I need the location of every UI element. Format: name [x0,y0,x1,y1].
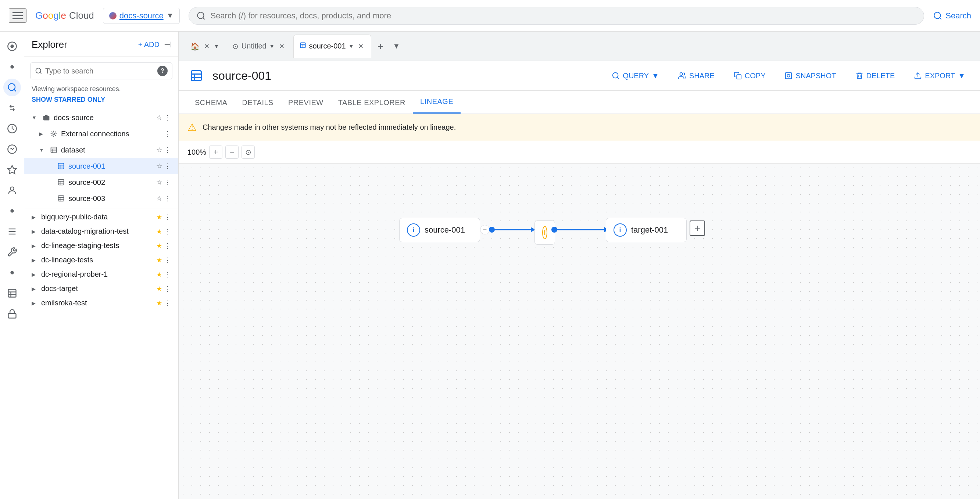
zoom-out-button[interactable]: − [225,146,239,159]
tree-star-emilsroka[interactable]: ★ [156,299,162,307]
untitled-tab-arrow[interactable]: ▼ [269,43,275,49]
target-plus-icon[interactable]: + [690,221,705,236]
sidebar-icon-dot2[interactable] [3,202,21,220]
search-help-button[interactable]: ? [158,66,168,76]
new-tab-button[interactable]: ＋ [373,37,388,56]
collapse-button[interactable]: ⊣ [164,40,171,49]
tree-star-docs-source[interactable]: ☆ [156,114,162,122]
tree-icon-s002 [56,177,66,188]
snapshot-icon [784,72,792,80]
tree-item-docs-source[interactable]: ▼ docs-source ☆ ⋮ [24,110,178,126]
tab-schema[interactable]: SCHEMA [188,92,235,114]
tree-item-emilsroka[interactable]: ▶ emilsroka-test ★ ⋮ [24,296,178,310]
tab-home[interactable]: 🏠 ✕ ▼ [185,35,225,58]
copy-button[interactable]: COPY [728,68,772,84]
explorer-search-input[interactable] [45,67,154,75]
tree-star-bigquery[interactable]: ★ [156,213,162,221]
tree-more-emilsroka[interactable]: ⋮ [164,299,171,307]
source-tab-close[interactable]: ✕ [356,41,365,51]
sidebar-icon-dot1[interactable] [3,58,21,76]
tree-item-prober[interactable]: ▶ dc-regional-prober-1 ★ ⋮ [24,267,178,281]
share-button[interactable]: SHARE [672,68,721,84]
sidebar-icon-dot3[interactable] [3,264,21,281]
search-input[interactable] [210,11,916,21]
sidebar-icon-list[interactable] [3,222,21,240]
tab-details[interactable]: DETAILS [235,92,281,114]
tree-item-bigquery[interactable]: ▶ bigquery-public-data ★ ⋮ [24,210,178,224]
tab-source-001[interactable]: source-001 ▼ ✕ [293,35,372,58]
sidebar-icon-search[interactable] [3,79,21,96]
untitled-tab-close[interactable]: ✕ [278,41,286,51]
tree-star-docs-target[interactable]: ★ [156,285,162,293]
tree-more-s001[interactable]: ⋮ [164,162,171,170]
tree-item-source-002[interactable]: source-002 ☆ ⋮ [24,174,178,190]
target-expand-plus[interactable]: + [690,221,705,236]
tree-star-lt[interactable]: ★ [156,256,162,264]
tree-item-docs-target[interactable]: ▶ docs-target ★ ⋮ [24,281,178,296]
delete-button[interactable]: DELETE [850,68,901,84]
show-starred-link[interactable]: SHOW STARRED ONLY [24,96,178,110]
zoom-reset-button[interactable]: ⊙ [242,146,255,159]
sidebar-icon-history[interactable] [3,120,21,137]
sidebar-icon-person[interactable] [3,181,21,199]
tree-item-external-connections[interactable]: ▶ External connections ⋮ [24,126,178,142]
tree-star-s001[interactable]: ☆ [156,162,162,170]
tree-star-dataset[interactable]: ☆ [156,146,162,154]
lineage-node-transform[interactable]: i [535,221,555,245]
export-button[interactable]: EXPORT ▼ [908,68,971,84]
tree-more-prober[interactable]: ⋮ [164,270,171,278]
source-minus-icon[interactable]: − [480,225,490,234]
home-tab-arrow[interactable]: ▼ [214,43,219,49]
sidebar-icon-lock[interactable] [3,305,21,323]
tab-untitled[interactable]: ⊙ Untitled ▼ ✕ [226,35,292,58]
svg-rect-48 [191,71,202,81]
tree-star-s002[interactable]: ☆ [156,178,162,186]
tree-more-docs-source[interactable]: ⋮ [164,114,171,122]
tree-item-source-003[interactable]: source-003 ☆ ⋮ [24,190,178,207]
sidebar-icon-wrench[interactable] [3,243,21,261]
search-button[interactable]: Search [933,11,971,21]
tree-more-s002[interactable]: ⋮ [164,178,171,186]
tree-star-s003[interactable]: ☆ [156,194,162,202]
home-tab-close[interactable]: ✕ [202,41,211,51]
tree-item-dataset[interactable]: ▼ dataset ☆ ⋮ [24,142,178,158]
source-expand-minus[interactable]: − [480,225,490,234]
tab-table-explorer[interactable]: TABLE EXPLORER [331,92,413,114]
tree-item-staging[interactable]: ▶ dc-lineage-staging-tests ★ ⋮ [24,238,178,253]
tree-more-staging[interactable]: ⋮ [164,242,171,250]
lineage-node-target001[interactable]: i target-001 [606,218,687,242]
snapshot-button[interactable]: SNAPSHOT [778,68,842,84]
tree-more-ext[interactable]: ⋮ [164,130,171,138]
export-icon [914,72,922,80]
source-tab-arrow[interactable]: ▼ [349,43,354,49]
tree-more-s003[interactable]: ⋮ [164,194,171,202]
zoom-in-button[interactable]: + [209,146,223,159]
tree-label-s002: source-002 [68,178,154,187]
tab-preview[interactable]: PREVIEW [281,92,331,114]
add-button[interactable]: + ADD [138,40,159,49]
project-selector[interactable]: docs-source ▼ [103,8,180,24]
lineage-canvas[interactable]: i source-001 − i i target-001 + [179,164,980,499]
menu-button[interactable] [9,8,27,23]
tree-more-dataset[interactable]: ⋮ [164,146,171,154]
sidebar-icon-analytics[interactable] [3,140,21,158]
tree-item-lineage-tests[interactable]: ▶ dc-lineage-tests ★ ⋮ [24,253,178,267]
tree-more-lt[interactable]: ⋮ [164,256,171,264]
tree-star-prober[interactable]: ★ [156,270,162,278]
sidebar-icon-pin[interactable] [3,161,21,179]
query-button[interactable]: QUERY ▼ [606,68,665,84]
tree-more-docs-target[interactable]: ⋮ [164,285,171,293]
tree-more-catalog[interactable]: ⋮ [164,227,171,235]
lineage-node-source001[interactable]: i source-001 [399,218,480,242]
tab-more-button[interactable]: ▼ [390,39,403,53]
tree-more-bigquery[interactable]: ⋮ [164,213,171,221]
tree-item-source-001[interactable]: source-001 ☆ ⋮ [24,158,178,174]
sidebar-icon-overview[interactable] [3,38,21,55]
table-title: source-001 [212,69,271,83]
sidebar-icon-table[interactable] [3,284,21,302]
tree-star-staging[interactable]: ★ [156,242,162,250]
tree-star-catalog[interactable]: ★ [156,227,162,235]
tree-item-catalog[interactable]: ▶ data-catalog-migration-test ★ ⋮ [24,224,178,238]
sidebar-icon-transfer[interactable] [3,99,21,117]
tab-lineage[interactable]: LINEAGE [413,91,461,114]
